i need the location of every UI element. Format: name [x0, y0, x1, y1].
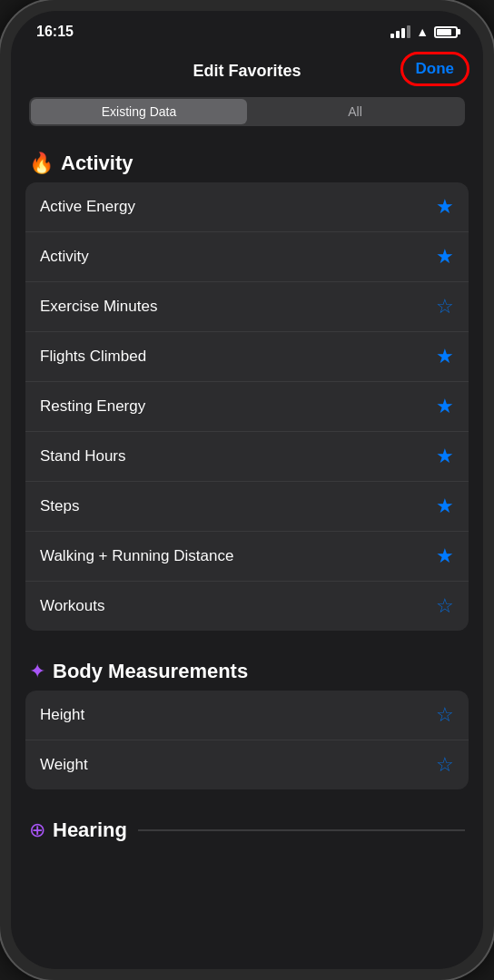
star-icon[interactable]: ☆: [436, 594, 454, 618]
star-icon[interactable]: ★: [436, 395, 454, 418]
item-label: Workouts: [40, 597, 105, 615]
list-item[interactable]: Stand Hours ★: [25, 432, 469, 482]
star-icon[interactable]: ★: [436, 345, 454, 368]
body-measurements-list: Height ☆ Weight ☆: [25, 691, 469, 789]
list-item[interactable]: Walking + Running Distance ★: [25, 532, 469, 582]
star-icon[interactable]: ☆: [436, 295, 454, 318]
list-item[interactable]: Weight ☆: [25, 740, 469, 789]
nav-bar: Edit Favorites Done: [11, 47, 483, 90]
item-label: Weight: [40, 756, 88, 774]
item-label: Flights Climbed: [40, 348, 146, 366]
done-button[interactable]: Done: [405, 56, 466, 82]
item-label: Active Energy: [40, 198, 135, 216]
list-item[interactable]: Height ☆: [25, 691, 469, 740]
body-measurements-icon: ✦: [29, 660, 45, 683]
list-item[interactable]: Resting Energy ★: [25, 382, 469, 432]
body-measurements-section-header: ✦ Body Measurements: [25, 649, 469, 691]
item-label: Exercise Minutes: [40, 298, 157, 316]
page-title: Edit Favorites: [193, 62, 301, 81]
body-measurements-title: Body Measurements: [53, 660, 248, 683]
list-item[interactable]: Active Energy ★: [25, 182, 469, 232]
list-item[interactable]: Flights Climbed ★: [25, 332, 469, 382]
content-area: 🔥 Activity Active Energy ★ Activity ★ Ex…: [11, 141, 483, 969]
hearing-title: Hearing: [53, 818, 127, 842]
signal-icon: [390, 25, 410, 38]
item-label: Steps: [40, 497, 79, 515]
star-icon[interactable]: ☆: [436, 753, 454, 777]
item-label: Stand Hours: [40, 447, 126, 466]
activity-section-header: 🔥 Activity: [25, 141, 469, 182]
star-icon[interactable]: ★: [436, 495, 454, 518]
star-icon[interactable]: ★: [436, 245, 454, 269]
battery-fill: [437, 29, 451, 35]
hearing-icon: ⊕: [29, 818, 45, 842]
activity-list: Active Energy ★ Activity ★ Exercise Minu…: [25, 182, 469, 631]
star-icon[interactable]: ★: [436, 544, 454, 568]
segment-all[interactable]: All: [247, 99, 463, 124]
status-icons: ▲: [390, 24, 458, 39]
item-label: Resting Energy: [40, 397, 145, 416]
star-icon[interactable]: ★: [436, 195, 454, 219]
star-icon[interactable]: ☆: [436, 703, 454, 727]
list-item[interactable]: Steps ★: [25, 482, 469, 532]
item-label: Activity: [40, 248, 89, 266]
status-bar: 16:15 ▲: [11, 11, 483, 47]
list-item[interactable]: Workouts ☆: [25, 582, 469, 631]
activity-title: Activity: [61, 152, 133, 175]
wifi-icon: ▲: [416, 24, 429, 39]
list-item[interactable]: Activity ★: [25, 232, 469, 282]
time-display: 16:15: [36, 24, 74, 40]
hearing-divider: [138, 829, 465, 831]
hearing-section-header: ⊕ Hearing: [25, 808, 469, 849]
item-label: Walking + Running Distance: [40, 547, 233, 565]
battery-icon: [434, 26, 458, 38]
phone-screen: 16:15 ▲ Edit Favorites Done Existing Dat…: [11, 11, 483, 969]
segment-control: Existing Data All: [29, 97, 465, 126]
activity-icon: 🔥: [29, 152, 54, 175]
segment-existing-data[interactable]: Existing Data: [31, 99, 247, 124]
phone-frame: 16:15 ▲ Edit Favorites Done Existing Dat…: [0, 0, 494, 980]
list-item[interactable]: Exercise Minutes ☆: [25, 282, 469, 332]
item-label: Height: [40, 706, 84, 724]
star-icon[interactable]: ★: [436, 445, 454, 468]
